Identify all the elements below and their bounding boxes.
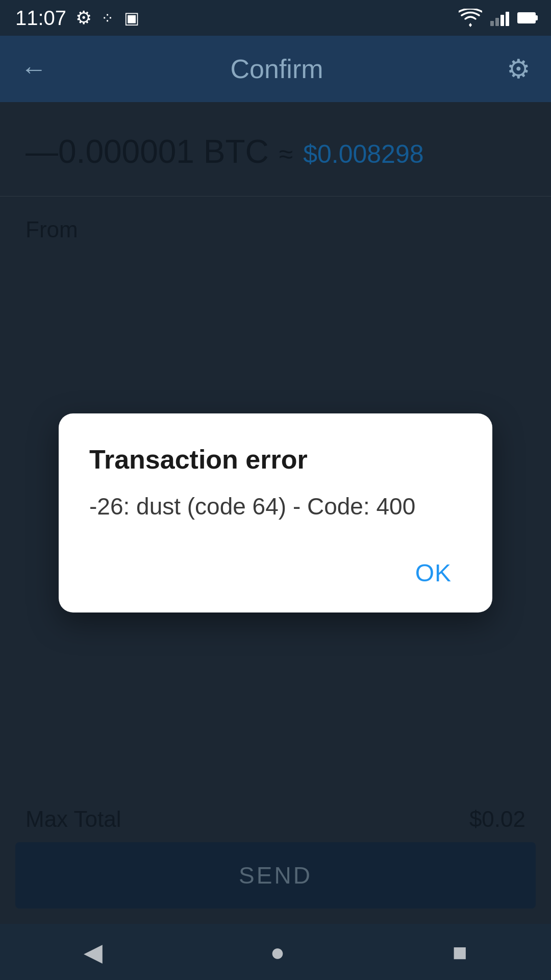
dialog-actions: OK bbox=[89, 554, 462, 592]
bottom-nav: ◀ ● ■ bbox=[0, 924, 551, 980]
status-left: 11:07 ⚙ ⁘ ▣ bbox=[15, 7, 139, 30]
status-right bbox=[459, 9, 536, 27]
recents-nav-button[interactable]: ■ bbox=[453, 938, 467, 966]
ok-button[interactable]: OK bbox=[405, 554, 462, 592]
dialog-message: -26: dust (code 64) - Code: 400 bbox=[89, 490, 462, 523]
clipboard-status-icon: ▣ bbox=[124, 8, 139, 28]
home-nav-button[interactable]: ● bbox=[270, 938, 285, 966]
battery-icon bbox=[517, 12, 536, 23]
dots-status-icon: ⁘ bbox=[101, 9, 115, 27]
toolbar-settings-icon[interactable]: ⚙ bbox=[507, 54, 531, 84]
status-bar: 11:07 ⚙ ⁘ ▣ bbox=[0, 0, 551, 36]
time-display: 11:07 bbox=[15, 7, 66, 30]
settings-status-icon: ⚙ bbox=[76, 7, 92, 29]
toolbar: ← Confirm ⚙ bbox=[0, 36, 551, 102]
error-dialog: Transaction error -26: dust (code 64) - … bbox=[59, 413, 492, 612]
wifi-icon bbox=[459, 9, 482, 27]
dialog-title: Transaction error bbox=[89, 444, 462, 475]
main-content: —0.000001 BTC ≈ $0.008298 From Max Total… bbox=[0, 102, 551, 924]
signal-bars-icon bbox=[490, 10, 509, 26]
back-nav-button[interactable]: ◀ bbox=[84, 938, 103, 966]
page-title: Confirm bbox=[230, 54, 323, 84]
dialog-overlay: Transaction error -26: dust (code 64) - … bbox=[0, 102, 551, 924]
back-button[interactable]: ← bbox=[20, 54, 47, 84]
